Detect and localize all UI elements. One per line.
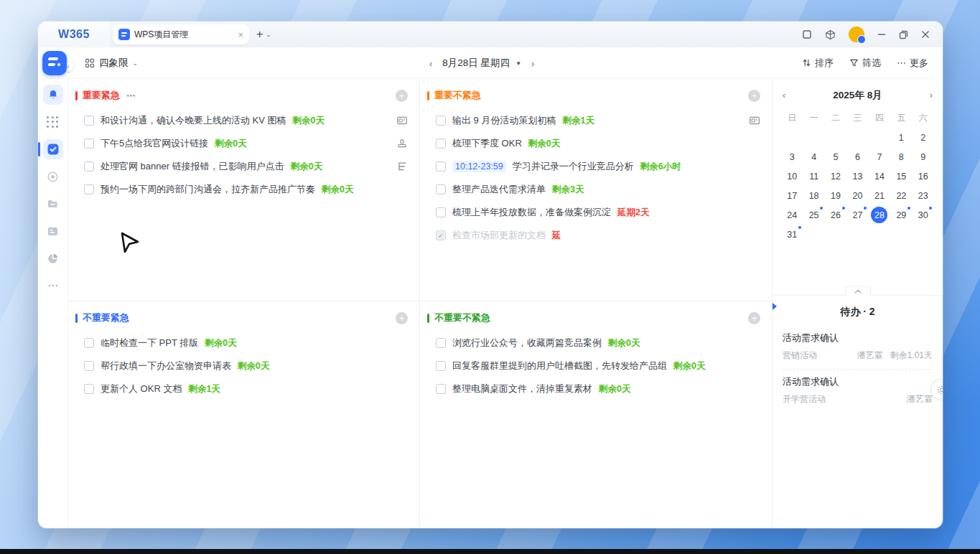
- calendar-day-6[interactable]: 6: [846, 148, 868, 166]
- calendar-day-13[interactable]: 13: [846, 167, 868, 185]
- calendar-day-4[interactable]: 4: [803, 148, 824, 166]
- next-day-icon[interactable]: ›: [531, 58, 534, 69]
- task-row[interactable]: 临时检查一下 PPT 排版剩余0天: [75, 332, 408, 355]
- tab-close-icon[interactable]: ×: [238, 29, 243, 40]
- panel-edge-marker-icon[interactable]: [773, 303, 777, 310]
- calendar-day-25[interactable]: 25: [803, 206, 824, 224]
- calendar-day-14[interactable]: 14: [869, 167, 890, 185]
- sidebar-item-tasks-check[interactable]: [43, 139, 63, 159]
- prev-day-icon[interactable]: ‹: [429, 58, 432, 69]
- task-row[interactable]: 预约一场下周的跨部门沟通会，拉齐新产品推广节奏剩余0天: [75, 178, 408, 201]
- restore-icon[interactable]: [899, 30, 908, 39]
- checkbox[interactable]: [84, 338, 94, 348]
- sidebar-item-more[interactable]: [43, 276, 63, 296]
- calendar-day-24[interactable]: 24: [781, 206, 803, 224]
- quadrant-more-icon[interactable]: ⋯: [126, 90, 136, 101]
- close-icon[interactable]: [921, 30, 930, 39]
- sidebar-item-folder[interactable]: [43, 194, 63, 214]
- calendar-day-3[interactable]: 3: [781, 148, 803, 166]
- task-row[interactable]: 10:12-23:59学习并记录一个行业竞品分析剩余6小时: [427, 155, 760, 178]
- task-row[interactable]: 整理电脑桌面文件，清掉重复素材剩余0天: [427, 377, 760, 400]
- view-switcher[interactable]: 四象限 ⌄: [85, 57, 138, 70]
- task-row[interactable]: 输出 9 月份活动策划初稿剩余1天: [427, 109, 760, 132]
- calendar-day-8[interactable]: 8: [890, 148, 912, 166]
- calendar-day-1[interactable]: 1: [890, 128, 912, 146]
- workspace-icon[interactable]: [802, 29, 812, 39]
- sort-button[interactable]: 排序: [802, 57, 834, 70]
- checkbox[interactable]: [436, 161, 446, 172]
- calendar-day-12[interactable]: 12: [825, 167, 846, 185]
- current-date[interactable]: 8月28日 星期四: [442, 57, 510, 70]
- calendar-day-16[interactable]: 16: [913, 167, 934, 185]
- calendar-day-20[interactable]: 20: [846, 187, 868, 205]
- checkbox[interactable]: [84, 116, 94, 126]
- taskbar[interactable]: [0, 549, 980, 554]
- task-row[interactable]: 梳理下季度 OKR剩余0天: [427, 132, 760, 155]
- calendar-day-7[interactable]: 7: [869, 148, 890, 166]
- sidebar-item-apps-grid[interactable]: [43, 112, 63, 132]
- calendar-day-18[interactable]: 18: [803, 187, 824, 205]
- calendar-day-2[interactable]: 2: [913, 128, 934, 146]
- wps365-logo[interactable]: W365: [38, 22, 110, 47]
- todo-item[interactable]: 活动需求确认营销活动潘艺霖剩余1.01天: [783, 326, 933, 370]
- checkbox-checked[interactable]: ✓: [436, 230, 446, 240]
- chevron-down-icon[interactable]: ⌄: [266, 31, 271, 38]
- form-icon[interactable]: [749, 115, 760, 126]
- calendar-day-31[interactable]: 31: [781, 225, 803, 243]
- calendar-day-10[interactable]: 10: [781, 167, 803, 185]
- calendar-day-17[interactable]: 17: [781, 187, 803, 205]
- checkbox[interactable]: [436, 116, 446, 126]
- calendar-day-11[interactable]: 11: [803, 167, 824, 185]
- task-row[interactable]: 和设计沟通，确认今晚要上线的活动 KV 图稿剩余0天: [75, 109, 408, 132]
- calendar-day-22[interactable]: 22: [890, 187, 912, 205]
- tab-wps-project[interactable]: WPS项目管理 ×: [113, 24, 249, 44]
- task-row[interactable]: 浏览行业公众号，收藏两篇竞品案例剩余0天: [427, 332, 760, 355]
- calendar-day-9[interactable]: 9: [913, 148, 934, 166]
- sidebar-item-bell[interactable]: [43, 85, 63, 105]
- calendar-prev-icon[interactable]: ‹: [783, 90, 797, 100]
- add-task-button[interactable]: +: [748, 312, 760, 324]
- calendar-day-15[interactable]: 15: [890, 167, 912, 185]
- calendar-day-29[interactable]: 29: [890, 206, 912, 224]
- stamp-icon[interactable]: [396, 138, 408, 149]
- sidebar-item-target[interactable]: [43, 166, 63, 187]
- checkbox[interactable]: [436, 361, 446, 371]
- add-task-button[interactable]: +: [748, 90, 760, 102]
- checkbox[interactable]: [436, 384, 446, 394]
- task-row[interactable]: 更新个人 OKR 文档剩余1天: [75, 377, 408, 400]
- task-row[interactable]: 整理产品迭代需求清单剩余3天: [427, 178, 760, 201]
- task-row[interactable]: 下午5点给我官网设计链接剩余0天: [75, 132, 408, 155]
- checkbox[interactable]: [84, 384, 94, 394]
- checkbox[interactable]: [84, 138, 94, 149]
- add-task-button[interactable]: +: [396, 90, 408, 102]
- task-row[interactable]: 处理官网 banner 链接报错，已影响用户点击剩余0天: [75, 155, 408, 178]
- task-row[interactable]: 梳理上半年投放数据，准备做案例沉淀延期2天: [427, 201, 760, 224]
- calendar-day-28[interactable]: 28: [869, 206, 890, 224]
- checkbox[interactable]: [84, 361, 94, 371]
- calendar-day-27[interactable]: 27: [846, 206, 868, 224]
- project-app-logo[interactable]: [42, 51, 67, 75]
- checkbox[interactable]: [436, 184, 446, 194]
- calendar-day-23[interactable]: 23: [913, 187, 934, 205]
- sidebar-item-pie-chart[interactable]: [43, 248, 63, 268]
- calendar-day-21[interactable]: 21: [869, 187, 890, 205]
- checkbox[interactable]: [436, 138, 446, 149]
- minimize-icon[interactable]: [877, 30, 886, 39]
- add-task-button[interactable]: +: [396, 312, 408, 324]
- new-tab-button[interactable]: + ⌄: [256, 28, 271, 41]
- todo-item[interactable]: 活动需求确认开学营活动潘艺霖: [783, 370, 933, 413]
- date-caret-icon[interactable]: ▼: [515, 60, 521, 67]
- calendar-day-26[interactable]: 26: [825, 206, 846, 224]
- checkbox[interactable]: [84, 184, 94, 194]
- task-row[interactable]: 帮行政填一下办公室物资申请表剩余0天: [75, 355, 408, 377]
- user-avatar[interactable]: [849, 27, 864, 42]
- filter-button[interactable]: 筛选: [849, 57, 881, 70]
- calendar-day-30[interactable]: 30: [913, 206, 934, 224]
- flow-icon[interactable]: [396, 161, 408, 172]
- calendar-day-19[interactable]: 19: [825, 187, 846, 205]
- apps-cube-icon[interactable]: [825, 29, 836, 40]
- task-row[interactable]: 回复客服群里提到的用户吐槽截图，先转发给产品组剩余0天: [427, 355, 760, 377]
- sidebar-item-notes-card[interactable]: [43, 221, 63, 241]
- form-icon[interactable]: [396, 115, 408, 126]
- collapse-handle[interactable]: [845, 286, 871, 296]
